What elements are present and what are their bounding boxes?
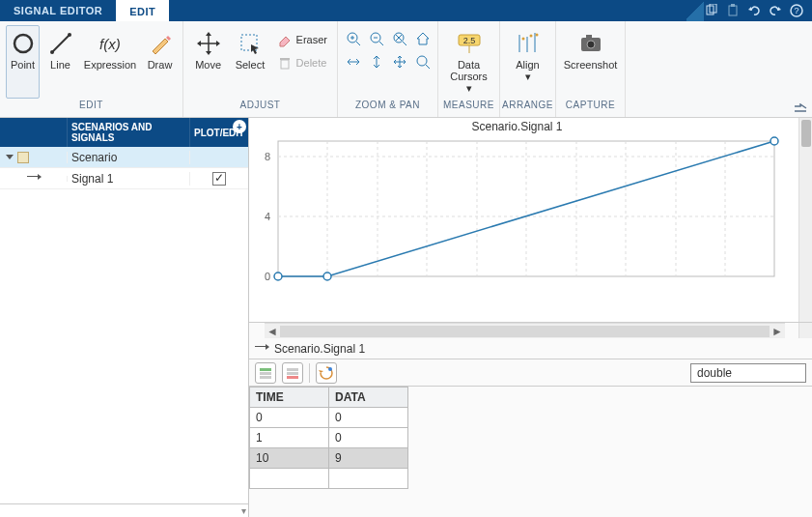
data-cursors-icon: 2.5 [456,30,483,57]
table-row[interactable]: 109 [250,448,408,469]
select-icon [237,30,264,57]
svg-rect-38 [586,35,592,39]
help-icon[interactable]: ? [789,3,804,18]
expression-button[interactable]: f(x) Expression [81,25,139,99]
tab-edit[interactable]: EDIT [116,0,169,21]
pan-xy-icon[interactable] [390,52,409,72]
tree-row-scenario[interactable]: Scenario [0,147,248,168]
svg-text:2.5: 2.5 [462,36,475,45]
svg-point-34 [529,35,532,38]
eraser-label: Eraser [296,34,327,45]
svg-rect-60 [260,372,271,375]
svg-rect-63 [287,372,298,375]
zoom-fit-icon[interactable] [390,29,409,48]
table-row-empty[interactable] [250,469,408,489]
undo-icon[interactable] [746,3,762,18]
zoom-group-label: ZOOM & PAN [338,100,437,117]
plot-chart[interactable]: 0 4 8 [249,122,784,292]
svg-text:4: 4 [265,211,270,222]
zoom-in-icon[interactable] [344,29,363,48]
svg-point-25 [417,56,427,66]
svg-rect-12 [281,60,289,69]
dtype-display[interactable]: double [690,363,806,383]
zoom-out-icon[interactable] [367,29,386,48]
zoom-reset-icon[interactable] [413,52,433,72]
svg-text:?: ? [794,6,798,15]
line-label: Line [50,59,70,71]
adjust-group-label: ADJUST [183,100,337,117]
table-row[interactable]: 00 [250,408,408,428]
tree-signal-label: Signal 1 [68,172,190,186]
ribbon-spacer [626,21,789,117]
svg-point-9 [68,33,71,37]
svg-text:f(x): f(x) [99,36,121,52]
svg-line-22 [403,42,406,45]
point-label: Point [11,59,35,71]
eraser-button[interactable]: Eraser [273,29,331,50]
select-button[interactable]: Select [231,25,268,99]
topbar-spacer [169,0,704,21]
draw-button[interactable]: Draw [143,25,177,99]
svg-point-57 [323,273,331,280]
tree-menu-button[interactable]: ▾ [241,505,246,516]
point-button[interactable]: Point [6,25,40,99]
refresh-button[interactable] [316,362,337,384]
insert-row-after-button[interactable] [282,362,303,384]
align-label: Align▾ [516,59,539,82]
data-table[interactable]: TIME DATA 00 10 109 [249,387,408,489]
align-button[interactable]: Align▾ [506,25,549,99]
svg-rect-64 [287,376,298,379]
svg-text:8: 8 [265,151,270,162]
toolbar-separator [309,363,310,383]
svg-point-65 [328,367,332,371]
hscroll-right-icon[interactable]: ► [770,325,785,338]
redo-icon[interactable] [768,3,783,18]
hscroll-left-icon[interactable]: ◄ [265,325,280,338]
paste-icon[interactable] [725,3,741,18]
svg-rect-2 [729,6,737,15]
capture-group-label: CAPTURE [556,100,625,117]
tree-header-scenarios: SCENARIOS AND SIGNALS [68,118,190,147]
ribbon-collapse-button[interactable] [789,21,812,117]
tree-row-signal[interactable]: Signal 1 [0,168,248,189]
th-time[interactable]: TIME [250,388,329,408]
line-button[interactable]: Line [43,25,77,99]
plot-vscroll[interactable] [798,118,812,322]
svg-point-35 [535,34,538,37]
svg-line-7 [52,35,70,52]
copy-icon[interactable] [704,3,719,18]
tree-header: SCENARIOS AND SIGNALS PLOT/EDIT + [0,118,248,147]
signal-panel-name: Scenario.Signal 1 [274,342,365,356]
table-row[interactable]: 10 [250,428,408,448]
screenshot-label: Screenshot [564,59,618,71]
tree-body [0,189,248,503]
tab-signal-editor[interactable]: SIGNAL EDITOR [0,0,116,21]
plot-checkbox[interactable] [212,172,226,186]
home-icon[interactable] [413,29,433,48]
svg-rect-59 [260,368,271,371]
add-scenario-button[interactable]: + [233,120,246,133]
select-label: Select [236,59,266,71]
expand-icon[interactable] [6,155,14,159]
move-button[interactable]: Move [189,25,227,99]
arrange-group-label: ARRANGE [500,100,555,117]
align-icon [515,30,542,57]
svg-text:0: 0 [265,271,270,282]
data-cursors-button[interactable]: 2.5 DataCursors ▾ [444,25,493,99]
th-data[interactable]: DATA [329,388,408,408]
delete-icon [277,55,293,71]
line-icon [47,30,74,57]
svg-point-8 [50,50,54,54]
svg-rect-3 [731,4,735,7]
plot-hscroll[interactable]: ◄ ► [265,323,785,338]
signal-icon [27,176,41,182]
pan-x-icon[interactable] [344,52,363,72]
pan-y-icon[interactable] [367,52,386,72]
svg-line-15 [356,42,360,45]
insert-row-before-button[interactable] [255,362,276,384]
screenshot-button[interactable]: Screenshot [562,25,620,99]
svg-rect-13 [280,58,290,60]
move-icon [195,30,222,57]
screenshot-icon [577,30,604,57]
expression-label: Expression [84,59,136,71]
